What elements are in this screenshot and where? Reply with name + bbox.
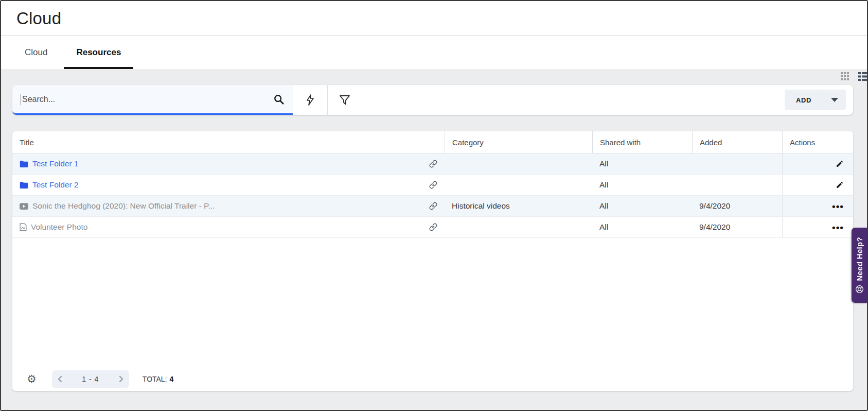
- search-input[interactable]: [21, 94, 273, 105]
- shared-with-cell: All: [592, 196, 692, 216]
- added-cell: [692, 153, 782, 174]
- added-cell: 9/4/2020: [692, 217, 782, 237]
- edit-pencil-icon[interactable]: [836, 160, 844, 168]
- search-area: [12, 85, 293, 115]
- resource-title-link[interactable]: Test Folder 2: [32, 180, 79, 190]
- more-actions-icon[interactable]: •••: [832, 222, 844, 232]
- lightning-icon: [305, 94, 315, 106]
- more-actions-icon[interactable]: •••: [832, 201, 844, 211]
- resources-table: Title Category Shared with Added Actions…: [12, 131, 853, 391]
- add-button[interactable]: ADD: [785, 90, 823, 110]
- table-row: Volunteer Photo All 9/4/2020 •••: [12, 217, 853, 238]
- category-cell: [445, 153, 592, 174]
- lifebuoy-icon: [855, 285, 864, 294]
- column-header-shared-with: Shared with: [592, 131, 692, 153]
- resource-title[interactable]: Sonic the Hedghog (2020): New Official T…: [32, 201, 215, 211]
- column-header-actions: Actions: [782, 131, 853, 153]
- image-file-icon: [20, 223, 27, 231]
- link-icon[interactable]: [429, 181, 437, 189]
- total-label: TOTAL:: [143, 375, 167, 383]
- toolbar-spacer: [362, 85, 785, 115]
- filter-button[interactable]: [327, 85, 362, 115]
- need-help-label: Need Help?: [855, 237, 864, 281]
- resource-title[interactable]: Volunteer Photo: [31, 222, 87, 232]
- caret-down-icon: [831, 98, 838, 102]
- table-row: Sonic the Hedghog (2020): New Official T…: [12, 196, 853, 217]
- content-area: ADD Title Category Shared with Added Act…: [1, 69, 867, 410]
- tab-resources-label: Resources: [76, 47, 121, 58]
- add-dropdown-button[interactable]: [823, 90, 846, 110]
- total-value: 4: [170, 375, 174, 383]
- add-split-button: ADD: [785, 90, 846, 110]
- shared-with-cell: All: [592, 217, 692, 237]
- resource-title-link[interactable]: Test Folder 1: [32, 159, 79, 168]
- page-header: Cloud: [1, 1, 867, 36]
- total-count: TOTAL:4: [143, 375, 174, 383]
- link-icon[interactable]: [429, 202, 437, 210]
- shared-with-cell: All: [592, 175, 692, 195]
- settings-gear-icon[interactable]: ⚙: [27, 374, 37, 385]
- column-header-category: Category: [445, 131, 592, 153]
- link-icon[interactable]: [429, 160, 437, 168]
- added-cell: 9/4/2020: [692, 196, 782, 216]
- quick-actions-button[interactable]: [293, 85, 327, 115]
- page-range: 1 - 4: [82, 375, 99, 383]
- list-view-icon[interactable]: [858, 72, 867, 81]
- page-title: Cloud: [16, 9, 61, 28]
- link-icon[interactable]: [429, 223, 437, 231]
- category-cell: Historical videos: [445, 196, 592, 216]
- column-header-added: Added: [692, 131, 782, 153]
- add-button-label: ADD: [796, 96, 811, 104]
- chevron-left-icon[interactable]: [57, 375, 63, 383]
- tab-cloud-label: Cloud: [25, 47, 47, 58]
- table-row: Test Folder 1 All: [12, 153, 853, 175]
- app-window: Cloud Cloud Resources: [0, 0, 868, 411]
- table-header-row: Title Category Shared with Added Actions: [12, 131, 853, 153]
- tab-cloud[interactable]: Cloud: [10, 36, 62, 69]
- grid-view-icon[interactable]: [841, 72, 849, 81]
- chevron-right-icon[interactable]: [118, 375, 124, 383]
- table-footer: ⚙ 1 - 4 TOTAL:4: [12, 367, 853, 391]
- shared-with-cell: All: [592, 153, 692, 174]
- table-empty-space: [12, 238, 853, 367]
- view-toggle: [841, 72, 849, 81]
- folder-icon: [20, 181, 28, 189]
- table-row: Test Folder 2 All: [12, 175, 853, 196]
- need-help-tab[interactable]: Need Help?: [852, 228, 867, 303]
- folder-icon: [20, 160, 28, 168]
- pagination: 1 - 4: [52, 370, 129, 388]
- tab-bar: Cloud Resources: [1, 36, 867, 69]
- added-cell: [692, 175, 782, 195]
- toolbar: ADD: [12, 85, 853, 115]
- filter-icon: [339, 94, 351, 106]
- column-header-title: Title: [12, 131, 445, 153]
- video-icon: [20, 203, 28, 210]
- category-cell: [445, 175, 592, 195]
- tab-resources[interactable]: Resources: [62, 36, 135, 69]
- edit-pencil-icon[interactable]: [836, 181, 844, 189]
- search-icon[interactable]: [273, 94, 285, 105]
- category-cell: [445, 217, 592, 237]
